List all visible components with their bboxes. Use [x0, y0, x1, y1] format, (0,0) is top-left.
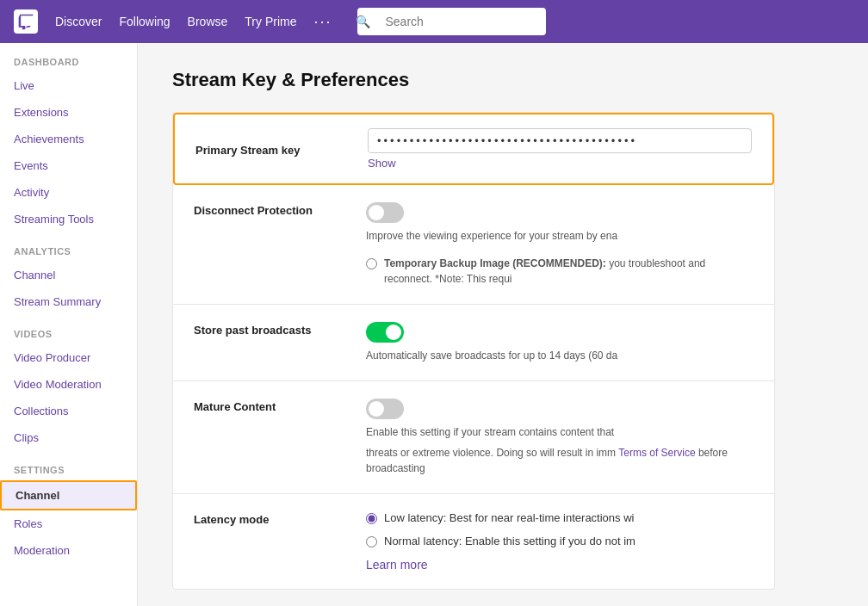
- stream-key-row: Primary Stream key Show: [173, 113, 774, 185]
- search-wrapper: 🔍: [349, 8, 546, 35]
- disconnect-protection-desc: Improve the viewing experience for your …: [366, 228, 753, 244]
- learn-more-link[interactable]: Learn more: [366, 558, 753, 572]
- normal-latency-radio[interactable]: [366, 536, 377, 547]
- nav-more-dots[interactable]: ···: [313, 13, 332, 31]
- stream-key-input[interactable]: [368, 128, 752, 153]
- mature-content-desc: Enable this setting if your stream conta…: [366, 424, 753, 440]
- search-icon: 🔍: [356, 15, 370, 28]
- latency-mode-label: Latency mode: [194, 511, 349, 526]
- sidebar-item-video-moderation[interactable]: Video Moderation: [0, 371, 137, 398]
- latency-mode-control: Low latency: Best for near real-time int…: [366, 511, 753, 572]
- nav-following[interactable]: Following: [119, 15, 170, 28]
- nav-try-prime[interactable]: Try Prime: [245, 15, 296, 28]
- backup-image-option: Temporary Backup Image (RECOMMENDED): yo…: [366, 256, 753, 287]
- sidebar-item-stream-summary[interactable]: Stream Summary: [0, 288, 137, 315]
- sidebar-section-dashboard: DASHBOARD: [0, 43, 137, 72]
- stream-key-label: Primary Stream key: [195, 142, 350, 157]
- sidebar-section-analytics: ANALYTICS: [0, 232, 137, 262]
- backup-radio[interactable]: [366, 258, 377, 269]
- search-input[interactable]: [357, 8, 546, 35]
- disconnect-protection-row: Disconnect Protection Improve the viewin…: [173, 185, 774, 305]
- disconnect-protection-control: Improve the viewing experience for your …: [366, 202, 753, 287]
- disconnect-protection-label: Disconnect Protection: [194, 202, 349, 217]
- store-past-broadcasts-toggle[interactable]: [366, 322, 404, 343]
- mature-content-desc2: threats or extreme violence. Doing so wi…: [366, 445, 753, 476]
- tos-link[interactable]: Terms of Service: [618, 447, 695, 459]
- store-past-broadcasts-control: Automatically save broadcasts for up to …: [366, 322, 753, 363]
- mature-content-label: Mature Content: [194, 399, 349, 413]
- sidebar-item-live[interactable]: Live: [0, 72, 137, 99]
- disconnect-protection-slider: [366, 202, 404, 223]
- latency-mode-row: Latency mode Low latency: Best for near …: [173, 494, 774, 589]
- normal-latency-option: Normal latency: Enable this setting if y…: [366, 535, 753, 547]
- sidebar-item-roles[interactable]: Roles: [0, 510, 137, 537]
- sidebar-item-moderation[interactable]: Moderation: [0, 537, 137, 564]
- sidebar-item-achievements[interactable]: Achievements: [0, 126, 137, 152]
- sidebar-item-streaming-tools[interactable]: Streaming Tools: [0, 206, 137, 232]
- mature-content-row: Mature Content Enable this setting if yo…: [173, 381, 774, 494]
- sidebar-item-video-producer[interactable]: Video Producer: [0, 344, 137, 371]
- sidebar-item-collections[interactable]: Collections: [0, 398, 137, 424]
- backup-image-label: Temporary Backup Image (RECOMMENDED): yo…: [384, 256, 753, 287]
- nav-discover[interactable]: Discover: [55, 15, 102, 28]
- settings-card: Primary Stream key Show Disconnect Prote…: [172, 112, 775, 590]
- sidebar-item-channel-analytics[interactable]: Channel: [0, 262, 137, 288]
- sidebar-item-channel-settings[interactable]: Channel: [0, 480, 137, 510]
- sidebar-section-settings: SETTINGS: [0, 451, 137, 480]
- mature-content-control: Enable this setting if your stream conta…: [366, 399, 753, 476]
- disconnect-protection-toggle[interactable]: [366, 202, 404, 223]
- main-layout: DASHBOARDLiveExtensionsAchievementsEvent…: [0, 43, 868, 606]
- store-past-broadcasts-desc: Automatically save broadcasts for up to …: [366, 348, 753, 363]
- stream-key-input-wrap: Show: [368, 128, 752, 170]
- show-stream-key-link[interactable]: Show: [368, 157, 752, 170]
- normal-latency-label: Normal latency: Enable this setting if y…: [384, 535, 636, 547]
- low-latency-option: Low latency: Best for near real-time int…: [366, 511, 753, 524]
- mature-content-toggle[interactable]: [366, 399, 404, 419]
- low-latency-label: Low latency: Best for near real-time int…: [384, 511, 634, 524]
- sidebar-item-extensions[interactable]: Extensions: [0, 99, 137, 126]
- nav-browse[interactable]: Browse: [188, 15, 228, 28]
- main-content: Stream Key & Preferences Primary Stream …: [138, 43, 868, 606]
- store-past-broadcasts-row: Store past broadcasts Automatically save…: [173, 305, 774, 381]
- sidebar-item-events[interactable]: Events: [0, 152, 137, 179]
- sidebar: DASHBOARDLiveExtensionsAchievementsEvent…: [0, 43, 138, 606]
- sidebar-section-videos: VIDEOS: [0, 315, 137, 344]
- page-title: Stream Key & Preferences: [172, 69, 834, 91]
- twitch-logo[interactable]: [14, 9, 38, 34]
- store-past-broadcasts-label: Store past broadcasts: [194, 322, 349, 337]
- mature-content-slider: [366, 399, 404, 419]
- store-past-broadcasts-slider: [366, 322, 404, 343]
- low-latency-radio[interactable]: [366, 513, 377, 524]
- sidebar-item-clips[interactable]: Clips: [0, 424, 137, 451]
- top-navigation: Discover Following Browse Try Prime ··· …: [0, 0, 868, 43]
- sidebar-item-activity[interactable]: Activity: [0, 179, 137, 206]
